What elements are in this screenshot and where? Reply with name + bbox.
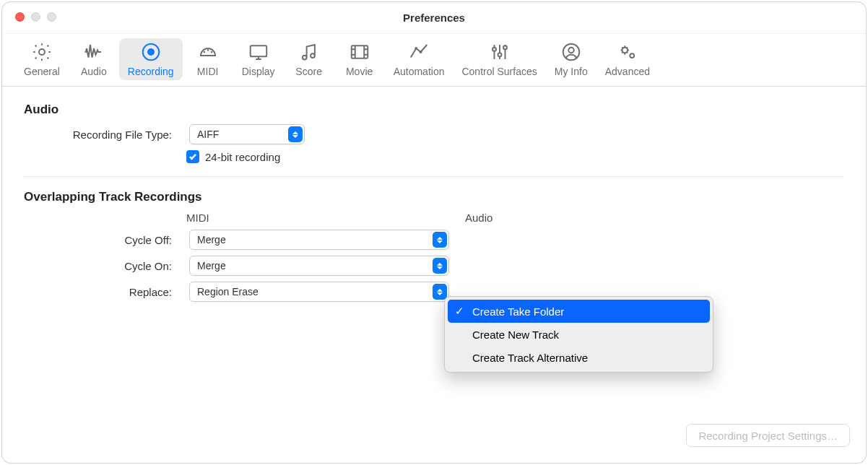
- svg-point-18: [630, 53, 634, 58]
- svg-point-14: [503, 45, 507, 49]
- tab-recording[interactable]: Recording: [119, 38, 183, 80]
- recording-file-type-label: Recording File Type:: [24, 129, 179, 141]
- checkbox-checked-icon: [186, 150, 199, 163]
- window-title: Preferences: [403, 12, 465, 24]
- audio-cycle-off-dropdown: ✓ Create Take Folder Create New Track Cr…: [444, 296, 713, 373]
- 24bit-checkbox-row[interactable]: 24-bit recording: [186, 150, 280, 163]
- checkbox-label: 24-bit recording: [205, 151, 280, 163]
- tab-label: Automation: [394, 66, 445, 77]
- svg-point-12: [492, 48, 496, 51]
- automation-curve-icon: [407, 41, 431, 63]
- overlapping-section-heading: Overlapping Track Recordings: [24, 190, 844, 204]
- column-headers: MIDI Audio: [24, 212, 844, 224]
- tab-label: Control Surfaces: [461, 66, 537, 77]
- cycle-off-midi-popup[interactable]: Merge: [189, 230, 449, 250]
- tab-general[interactable]: General: [15, 38, 69, 80]
- dropdown-item-label: Create New Track: [472, 329, 559, 341]
- tab-label: MIDI: [197, 66, 219, 77]
- audio-section-heading: Audio: [24, 103, 844, 117]
- tab-label: Audio: [81, 66, 107, 77]
- svg-point-17: [622, 48, 628, 53]
- close-window-button[interactable]: [15, 12, 25, 22]
- svg-point-11: [420, 51, 422, 53]
- tab-label: Movie: [346, 66, 373, 77]
- popup-value: Region Erase: [197, 286, 259, 297]
- svg-point-16: [568, 48, 574, 53]
- prefs-toolbar: General Audio Recording MIDI Display: [2, 34, 866, 87]
- svg-point-10: [415, 47, 417, 50]
- minimize-window-button[interactable]: [31, 12, 40, 22]
- zoom-window-button[interactable]: [47, 12, 56, 22]
- svg-point-13: [498, 53, 501, 56]
- popup-arrows-icon: [433, 284, 447, 300]
- sliders-icon: [487, 41, 512, 63]
- content-area: Audio Recording File Type: AIFF 24-bit r…: [2, 87, 866, 322]
- popup-value: Merge: [197, 234, 226, 245]
- popup-arrows-icon: [288, 126, 303, 142]
- midi-port-icon: [196, 41, 220, 63]
- recording-file-type-popup[interactable]: AIFF: [189, 124, 305, 144]
- tab-automation[interactable]: Automation: [385, 38, 453, 80]
- tab-advanced[interactable]: Advanced: [596, 38, 659, 80]
- tab-display[interactable]: Display: [233, 38, 284, 80]
- svg-point-3: [203, 51, 205, 53]
- svg-point-4: [207, 49, 209, 51]
- dropdown-item-label: Create Take Folder: [472, 305, 564, 318]
- tab-label: My Info: [555, 66, 588, 77]
- tab-audio[interactable]: Audio: [69, 38, 119, 80]
- preferences-window: Preferences General Audio Recording MI: [2, 2, 866, 463]
- tab-midi[interactable]: MIDI: [183, 38, 233, 80]
- tab-label: Recording: [128, 66, 174, 77]
- cycle-on-midi-popup[interactable]: Merge: [189, 256, 449, 276]
- waveform-icon: [82, 41, 106, 63]
- film-icon: [347, 41, 372, 63]
- separator: [24, 176, 844, 177]
- midi-column-header: MIDI: [186, 212, 465, 224]
- svg-rect-9: [351, 45, 368, 58]
- svg-point-2: [147, 48, 155, 56]
- popup-value: Merge: [197, 260, 226, 271]
- dropdown-item-create-track-alternative[interactable]: Create Track Alternative: [448, 346, 710, 369]
- tab-label: Advanced: [605, 66, 650, 77]
- tab-control-surfaces[interactable]: Control Surfaces: [453, 38, 545, 80]
- window-controls: [15, 12, 56, 22]
- dropdown-item-label: Create Track Alternative: [472, 352, 588, 364]
- replace-midi-popup[interactable]: Region Erase: [189, 282, 449, 302]
- replace-label: Replace:: [24, 286, 179, 298]
- audio-column-header: Audio: [465, 212, 744, 224]
- cycle-on-label: Cycle On:: [24, 260, 179, 272]
- tab-my-info[interactable]: My Info: [546, 38, 596, 80]
- person-circle-icon: [559, 41, 583, 63]
- record-icon: [139, 41, 163, 63]
- button-label: Recording Project Settings…: [698, 430, 838, 442]
- tab-score[interactable]: Score: [284, 38, 334, 80]
- popup-arrows-icon: [433, 232, 447, 248]
- dropdown-item-create-new-track[interactable]: Create New Track: [448, 323, 710, 346]
- tab-label: Score: [295, 66, 322, 77]
- music-note-icon: [297, 41, 321, 63]
- popup-arrows-icon: [433, 258, 447, 274]
- monitor-icon: [246, 41, 271, 63]
- svg-rect-6: [250, 45, 266, 56]
- cycle-off-label: Cycle Off:: [24, 234, 179, 246]
- gears-icon: [615, 41, 640, 63]
- svg-point-5: [210, 51, 212, 53]
- gear-icon: [30, 41, 54, 63]
- svg-point-0: [39, 49, 45, 55]
- tab-label: Display: [242, 66, 275, 77]
- dropdown-item-create-take-folder[interactable]: ✓ Create Take Folder: [448, 300, 710, 323]
- checkmark-icon: ✓: [453, 305, 465, 318]
- tab-label: General: [24, 66, 60, 77]
- recording-project-settings-button[interactable]: Recording Project Settings…: [686, 424, 850, 447]
- titlebar: Preferences: [2, 2, 866, 34]
- popup-value: AIFF: [197, 129, 219, 140]
- tab-movie[interactable]: Movie: [334, 38, 385, 80]
